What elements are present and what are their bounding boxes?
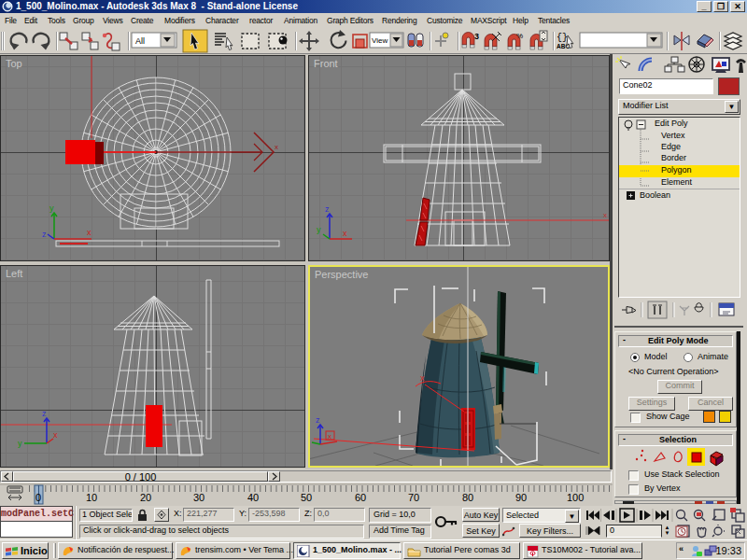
svg-text:z: z [42, 230, 47, 239]
svg-text:x: x [420, 373, 425, 383]
svg-text:3: 3 [474, 32, 479, 41]
svg-text:100: 100 [567, 492, 584, 503]
svg-text:80: 80 [462, 492, 473, 503]
svg-text:View: View [372, 36, 388, 45]
svg-text:y: y [317, 225, 321, 234]
svg-text:y: y [49, 203, 54, 213]
svg-text:70: 70 [408, 492, 419, 503]
svg-text:10: 10 [86, 492, 97, 503]
svg-text:All: All [135, 36, 145, 46]
svg-text:z: z [316, 415, 320, 425]
svg-text:z: z [325, 204, 330, 214]
svg-text:40: 40 [247, 492, 259, 503]
svg-text:30: 30 [193, 492, 204, 503]
svg-text:y: y [18, 439, 22, 448]
svg-text:x: x [87, 228, 92, 237]
svg-text:20: 20 [140, 492, 151, 503]
svg-text:{}: {} [557, 33, 568, 43]
svg-text:x: x [328, 432, 331, 441]
svg-text:x: x [275, 143, 278, 151]
svg-text:0: 0 [35, 492, 41, 503]
svg-text:x: x [603, 211, 607, 219]
svg-text:50: 50 [301, 492, 312, 503]
svg-text:60: 60 [355, 492, 366, 503]
svg-text:%: % [516, 32, 523, 40]
svg-text:x: x [53, 430, 58, 440]
svg-text:90: 90 [515, 492, 527, 503]
svg-text:z: z [42, 409, 47, 418]
svg-text:x: x [343, 229, 347, 238]
